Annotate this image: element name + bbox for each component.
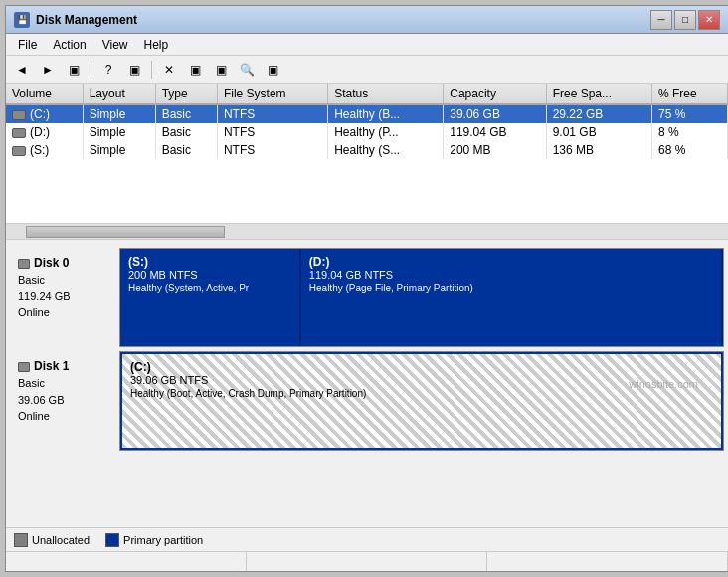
col-type[interactable]: Type bbox=[155, 84, 217, 104]
col-volume[interactable]: Volume bbox=[6, 84, 83, 104]
legend-primary-label: Primary partition bbox=[123, 534, 203, 546]
disk-label-0: Disk 0 Basic 119.24 GB Online bbox=[10, 248, 119, 347]
disk-label-1: Disk 1 Basic 39.06 GB Online bbox=[10, 351, 119, 451]
menu-view[interactable]: View bbox=[94, 36, 136, 54]
minimize-button[interactable]: ─ bbox=[650, 10, 672, 30]
scroll-thumb[interactable] bbox=[26, 226, 225, 238]
part-status-0-1: Healthy (Page File, Primary Partition) bbox=[309, 283, 713, 293]
legend-unallocated-box bbox=[14, 533, 28, 547]
part-drive-0-0: (S:) bbox=[128, 255, 291, 269]
table-cell-2: Basic bbox=[155, 104, 217, 123]
table-header-row: Volume Layout Type File System Status Ca… bbox=[6, 84, 728, 104]
disk-row-1: Disk 1 Basic 39.06 GB Online(C:) 39.06 G… bbox=[10, 351, 724, 451]
table-cell-1: Simple bbox=[83, 123, 155, 141]
part-drive-1-0: (C:) bbox=[130, 360, 713, 374]
disk-size-1: 39.06 GB bbox=[18, 392, 111, 409]
disk-status-1: Online bbox=[18, 408, 111, 425]
toolbar-btn-8[interactable]: ▣ bbox=[209, 59, 233, 81]
table-row[interactable]: (S:)SimpleBasicNTFSHealthy (S...200 MB13… bbox=[6, 141, 728, 159]
toolbar-btn-7[interactable]: ▣ bbox=[183, 59, 207, 81]
disk-status-0: Online bbox=[18, 304, 111, 321]
table-cell-2: Basic bbox=[155, 141, 217, 159]
table-cell-0: (D:) bbox=[6, 123, 83, 141]
legend-primary-box bbox=[105, 533, 119, 547]
table-cell-6: 29.22 GB bbox=[546, 104, 651, 123]
disk-name-1: Disk 1 bbox=[18, 357, 111, 375]
menu-bar: File Action View Help bbox=[6, 34, 728, 56]
delete-button[interactable]: ✕ bbox=[157, 59, 181, 81]
col-free[interactable]: Free Spa... bbox=[546, 84, 651, 104]
partition-0-0[interactable]: (S:) 200 MB NTFS Healthy (System, Active… bbox=[120, 249, 301, 346]
toolbar-separator-1 bbox=[91, 61, 91, 79]
part-size-0-0: 200 MB NTFS bbox=[128, 269, 291, 281]
partition-1-0[interactable]: (C:) 39.06 GB NTFS Healthy (Boot, Active… bbox=[120, 352, 723, 450]
horizontal-scrollbar[interactable] bbox=[6, 224, 728, 240]
table-scroll-container[interactable]: Volume Layout Type File System Status Ca… bbox=[6, 84, 728, 223]
disk-partitions-0: (S:) 200 MB NTFS Healthy (System, Active… bbox=[119, 248, 724, 347]
table-cell-3: NTFS bbox=[217, 141, 327, 159]
col-filesystem[interactable]: File System bbox=[217, 84, 327, 104]
toolbar: ◄ ► ▣ ? ▣ ✕ ▣ ▣ 🔍 ▣ bbox=[6, 56, 728, 84]
partition-0-1[interactable]: (D:) 119.04 GB NTFS Healthy (Page File, … bbox=[301, 249, 723, 346]
forward-button[interactable]: ► bbox=[36, 59, 60, 81]
toolbar-btn-3[interactable]: ▣ bbox=[62, 59, 86, 81]
table-cell-6: 9.01 GB bbox=[546, 123, 651, 141]
table-cell-0: (S:) bbox=[6, 141, 83, 159]
menu-action[interactable]: Action bbox=[45, 36, 93, 54]
status-bar bbox=[6, 551, 728, 571]
status-pane-2 bbox=[247, 552, 487, 571]
col-layout[interactable]: Layout bbox=[83, 84, 155, 104]
main-window: 💾 Disk Management ─ □ ✕ File Action View… bbox=[5, 5, 728, 572]
part-status-1-0: Healthy (Boot, Active, Crash Dump, Prima… bbox=[130, 388, 713, 399]
disk-row-0: Disk 0 Basic 119.24 GB Online(S:) 200 MB… bbox=[10, 248, 724, 347]
toolbar-separator-2 bbox=[151, 61, 152, 79]
legend-unallocated-label: Unallocated bbox=[32, 534, 90, 546]
menu-help[interactable]: Help bbox=[136, 36, 177, 54]
volume-table: Volume Layout Type File System Status Ca… bbox=[6, 84, 728, 224]
table-cell-4: Healthy (P... bbox=[328, 123, 444, 141]
main-area: Volume Layout Type File System Status Ca… bbox=[6, 84, 728, 571]
table-cell-4: Healthy (B... bbox=[328, 104, 444, 123]
table-cell-7: 68 % bbox=[652, 141, 728, 159]
table-cell-7: 8 % bbox=[652, 123, 728, 141]
part-status-0-0: Healthy (System, Active, Pr bbox=[128, 283, 291, 293]
table-cell-2: Basic bbox=[155, 123, 217, 141]
search-button[interactable]: 🔍 bbox=[235, 59, 259, 81]
table-cell-4: Healthy (S... bbox=[328, 141, 444, 159]
toolbar-btn-10[interactable]: ▣ bbox=[261, 59, 284, 81]
disk-name-0: Disk 0 bbox=[18, 254, 111, 272]
legend: Unallocated Primary partition bbox=[6, 527, 728, 551]
legend-primary: Primary partition bbox=[105, 533, 203, 547]
help-button[interactable]: ? bbox=[96, 59, 120, 81]
disk-type-0: Basic bbox=[18, 272, 111, 288]
table-row[interactable]: (C:)SimpleBasicNTFSHealthy (B...39.06 GB… bbox=[6, 104, 728, 123]
window-title: Disk Management bbox=[36, 13, 650, 27]
disk-size-0: 119.24 GB bbox=[18, 288, 111, 305]
toolbar-btn-5[interactable]: ▣ bbox=[122, 59, 146, 81]
part-size-0-1: 119.04 GB NTFS bbox=[309, 269, 713, 281]
back-button[interactable]: ◄ bbox=[10, 59, 34, 81]
col-capacity[interactable]: Capacity bbox=[444, 84, 546, 104]
table-cell-5: 39.06 GB bbox=[444, 104, 546, 123]
table-cell-5: 200 MB bbox=[444, 141, 546, 159]
menu-file[interactable]: File bbox=[10, 36, 45, 54]
part-drive-0-1: (D:) bbox=[309, 255, 713, 269]
app-icon: 💾 bbox=[14, 12, 30, 28]
table-cell-3: NTFS bbox=[217, 104, 327, 123]
title-bar: 💾 Disk Management ─ □ ✕ bbox=[6, 6, 728, 34]
part-size-1-0: 39.06 GB NTFS bbox=[130, 374, 713, 386]
table-cell-6: 136 MB bbox=[546, 141, 651, 159]
table-cell-3: NTFS bbox=[217, 123, 327, 141]
status-pane-1 bbox=[6, 552, 247, 571]
status-pane-3 bbox=[487, 552, 728, 571]
table-cell-7: 75 % bbox=[652, 104, 728, 123]
close-button[interactable]: ✕ bbox=[698, 10, 720, 30]
table-row[interactable]: (D:)SimpleBasicNTFSHealthy (P...119.04 G… bbox=[6, 123, 728, 141]
disk-panels: Disk 0 Basic 119.24 GB Online(S:) 200 MB… bbox=[6, 240, 728, 527]
table-cell-1: Simple bbox=[83, 141, 155, 159]
col-status[interactable]: Status bbox=[328, 84, 444, 104]
maximize-button[interactable]: □ bbox=[674, 10, 696, 30]
col-pct-free[interactable]: % Free bbox=[652, 84, 728, 104]
disk-type-1: Basic bbox=[18, 375, 111, 392]
table-cell-5: 119.04 GB bbox=[444, 123, 546, 141]
